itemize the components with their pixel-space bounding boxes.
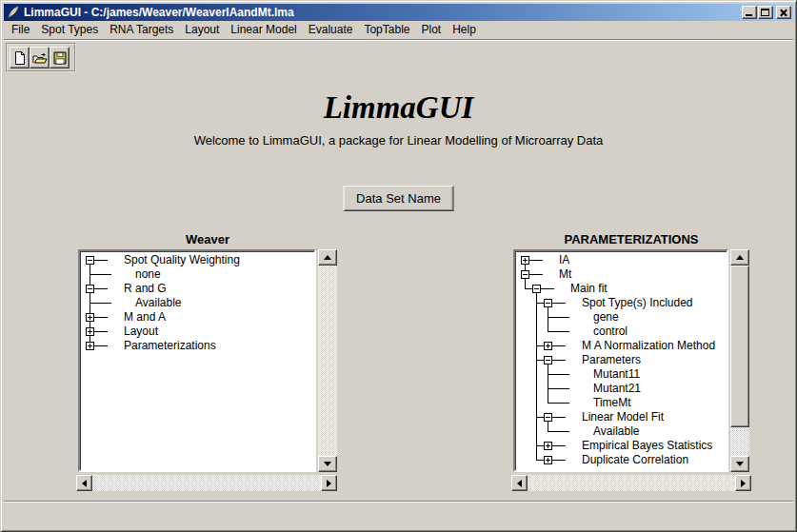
tree-item-label[interactable]: Available <box>593 425 639 438</box>
tree-connector-line <box>536 396 537 410</box>
menu-evaluate[interactable]: Evaluate <box>303 21 359 39</box>
tree-connector-line <box>94 288 108 289</box>
title-bar[interactable]: LimmaGUI - C:/james/Weaver/WeaverIAandMt… <box>4 4 793 21</box>
minimize-button[interactable] <box>742 6 757 19</box>
scrollbar-thumb[interactable] <box>730 266 749 427</box>
expand-plus-icon[interactable] <box>544 456 552 464</box>
menu-file[interactable]: File <box>6 21 35 39</box>
scrollbar-track[interactable] <box>318 266 337 456</box>
tree-item-label[interactable]: Spot Quality Weighting <box>124 254 240 266</box>
menu-linear-model[interactable]: Linear Model <box>225 21 302 39</box>
tree-item-control[interactable]: control <box>517 325 727 339</box>
scroll-left-button[interactable] <box>76 475 92 491</box>
tree-item-label[interactable]: Parameters <box>582 354 641 366</box>
collapse-minus-icon[interactable] <box>544 356 552 365</box>
scroll-down-button[interactable] <box>318 456 337 472</box>
tree-item-layout[interactable]: Layout <box>82 325 314 339</box>
tree-item-label[interactable]: gene <box>593 311 619 324</box>
weaver-horizontal-scrollbar[interactable] <box>76 475 337 491</box>
close-button[interactable] <box>776 6 791 19</box>
tree-item-spot-type-s-included[interactable]: Spot Type(s) Included <box>517 296 727 310</box>
tree-item-m-and-a[interactable]: M and A <box>82 310 314 325</box>
open-file-button[interactable] <box>30 47 50 69</box>
tree-item-label[interactable]: control <box>593 325 628 338</box>
tree-item-label[interactable]: Empirical Bayes Statistics <box>582 440 712 452</box>
tree-item-label[interactable]: M and A <box>124 311 166 324</box>
collapse-minus-icon[interactable] <box>532 285 541 293</box>
collapse-minus-icon[interactable] <box>86 256 94 265</box>
tree-item-mt[interactable]: Mt <box>517 267 727 282</box>
client-area: LimmaGUI Welcome to LimmaGUI, a package … <box>4 40 793 502</box>
parameterizations-tree[interactable]: IAMtMain fitSpot Type(s) Includedgenecon… <box>513 249 728 472</box>
tree-item-none[interactable]: none <box>82 267 314 282</box>
parameterizations-vertical-scrollbar[interactable] <box>730 249 749 472</box>
tree-item-label[interactable]: Available <box>135 297 181 309</box>
window-bottom-strip <box>4 502 793 528</box>
tree-item-parameterizations[interactable]: Parameterizations <box>82 339 314 353</box>
expand-plus-icon[interactable] <box>544 342 552 350</box>
new-file-icon <box>13 51 27 65</box>
tree-item-empirical-bayes-statistics[interactable]: Empirical Bayes Statistics <box>517 439 727 453</box>
expand-plus-icon[interactable] <box>521 256 529 265</box>
tree-item-r-and-g[interactable]: R and G <box>82 282 314 296</box>
tree-item-mutant11[interactable]: Mutant11 <box>517 367 727 382</box>
scroll-right-button[interactable] <box>321 475 337 491</box>
tree-item-parameters[interactable]: Parameters <box>517 353 727 367</box>
scroll-right-button[interactable] <box>735 475 751 491</box>
tree-item-main-fit[interactable]: Main fit <box>517 282 727 296</box>
tree-item-spot-quality-weighting[interactable]: Spot Quality Weighting <box>82 253 314 267</box>
tree-item-label[interactable]: TimeMt <box>593 397 631 409</box>
scroll-up-button[interactable] <box>730 249 749 266</box>
tree-item-label[interactable]: Layout <box>124 325 158 338</box>
new-file-button[interactable] <box>10 47 30 69</box>
scroll-up-button[interactable] <box>318 249 337 266</box>
scrollbar-track[interactable] <box>92 475 321 491</box>
expand-plus-icon[interactable] <box>544 442 552 450</box>
tree-item-label[interactable]: M A Normalization Method <box>582 340 715 352</box>
collapse-minus-icon[interactable] <box>521 270 529 279</box>
tree-item-duplicate-correlation[interactable]: Duplicate Correlation <box>517 453 727 467</box>
expand-plus-icon[interactable] <box>86 342 94 350</box>
collapse-minus-icon[interactable] <box>544 413 552 422</box>
tree-item-label[interactable]: Duplicate Correlation <box>582 454 688 466</box>
tree-item-m-a-normalization-method[interactable]: M A Normalization Method <box>517 339 727 353</box>
tree-item-label[interactable]: R and G <box>124 283 167 295</box>
expand-plus-icon[interactable] <box>86 313 94 322</box>
tree-item-label[interactable]: IA <box>559 254 569 266</box>
menu-toptable[interactable]: TopTable <box>358 21 415 39</box>
tree-connector-line <box>536 367 537 382</box>
scroll-left-button[interactable] <box>511 475 528 491</box>
tree-item-label[interactable]: Mutant11 <box>593 368 640 381</box>
weaver-vertical-scrollbar[interactable] <box>318 249 337 472</box>
parameterizations-horizontal-scrollbar[interactable] <box>511 475 751 491</box>
menu-spot-types[interactable]: Spot Types <box>35 21 104 39</box>
tree-item-ia[interactable]: IA <box>517 253 727 267</box>
scroll-down-button[interactable] <box>730 456 749 472</box>
menu-layout[interactable]: Layout <box>179 21 225 39</box>
tree-item-label[interactable]: none <box>135 268 161 281</box>
tree-item-timemt[interactable]: TimeMt <box>517 396 727 410</box>
tree-item-label[interactable]: Mt <box>559 268 571 281</box>
weaver-tree[interactable]: Spot Quality WeightingnoneR and GAvailab… <box>78 249 316 472</box>
tree-item-linear-model-fit[interactable]: Linear Model Fit <box>517 410 727 424</box>
scrollbar-track[interactable] <box>730 266 749 456</box>
menu-rna-targets[interactable]: RNA Targets <box>104 21 179 39</box>
tree-item-label[interactable]: Spot Type(s) Included <box>582 297 693 309</box>
menu-plot[interactable]: Plot <box>415 21 447 39</box>
tree-item-available[interactable]: Available <box>517 424 727 439</box>
tree-item-label[interactable]: Mutant21 <box>593 383 641 395</box>
tree-item-label[interactable]: Main fit <box>570 283 608 295</box>
tree-item-label[interactable]: Parameterizations <box>124 340 216 352</box>
collapse-minus-icon[interactable] <box>544 299 552 307</box>
menu-help[interactable]: Help <box>447 21 482 39</box>
tree-item-available[interactable]: Available <box>82 296 314 310</box>
maximize-button[interactable] <box>758 6 773 19</box>
scrollbar-track[interactable] <box>528 475 735 491</box>
tree-item-gene[interactable]: gene <box>517 310 727 325</box>
tree-item-mutant21[interactable]: Mutant21 <box>517 382 727 396</box>
tree-item-label[interactable]: Linear Model Fit <box>582 411 664 424</box>
save-file-button[interactable] <box>50 47 70 69</box>
expand-plus-icon[interactable] <box>86 327 94 336</box>
data-set-name-button[interactable]: Data Set Name <box>343 186 454 211</box>
collapse-minus-icon[interactable] <box>86 285 94 293</box>
